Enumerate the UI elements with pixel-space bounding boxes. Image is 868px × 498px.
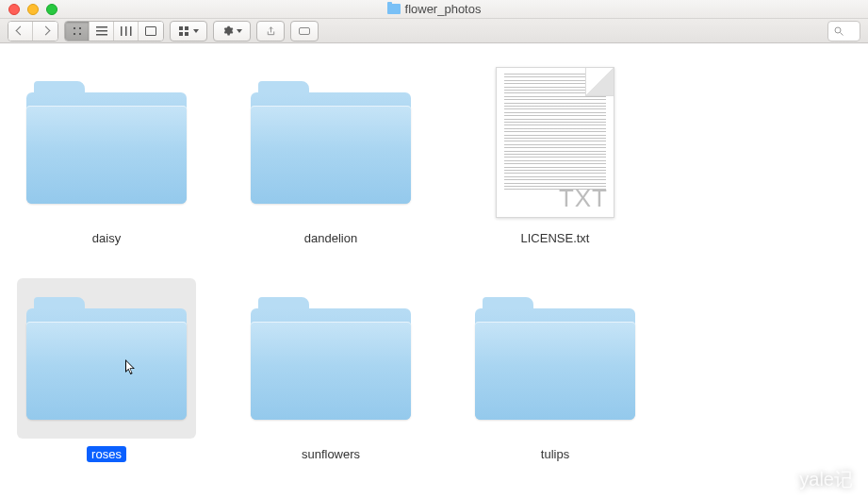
item-label: dandelion [300,230,362,246]
forward-button[interactable] [33,22,57,41]
item-label: tulips [536,446,574,462]
item-label: daisy [88,230,125,246]
titlebar: flower_photos [0,0,868,19]
svg-point-3 [777,477,791,490]
action-button[interactable] [213,21,251,42]
watermark: yale记 [765,467,853,492]
file-grid[interactable]: daisydandelionTXTLICENSE.txtrosessunflow… [0,43,868,481]
share-button[interactable] [256,21,285,42]
item-icon-wrap [17,278,196,439]
columns-icon [121,26,132,36]
share-icon [266,25,276,37]
folder-icon [26,81,187,204]
folder-icon [387,4,401,14]
folder-icon [475,297,635,420]
file-extension-label: TXT [559,184,608,213]
window-title-text: flower_photos [405,2,482,16]
wechat-icon [765,468,792,492]
window-title: flower_photos [0,2,868,16]
watermark-text: yale记 [799,467,853,492]
search-icon [833,25,844,37]
chevron-down-icon [193,29,199,33]
chevron-down-icon [237,29,242,33]
arrange-button[interactable] [170,21,207,42]
file-item-tulips[interactable]: tulips [466,276,645,464]
tag-icon [299,27,310,35]
zoom-window-button[interactable] [46,4,57,15]
item-label: LICENSE.txt [516,230,595,246]
item-icon-wrap [241,278,420,439]
svg-line-1 [841,32,843,35]
back-button[interactable] [8,22,33,41]
text-file-icon: TXT [496,67,614,218]
folder-icon [251,297,411,420]
gallery-icon [145,26,156,36]
arrange-icon [179,26,190,36]
item-label: sunflowers [297,446,365,462]
file-item-LICENSE-txt[interactable]: TXTLICENSE.txt [466,60,645,248]
item-icon-wrap: TXT [466,62,645,223]
file-item-dandelion[interactable]: dandelion [241,60,420,248]
item-icon-wrap [241,62,420,223]
item-icon-wrap [466,278,645,439]
close-window-button[interactable] [8,4,20,15]
item-icon-wrap [17,62,196,223]
minimize-window-button[interactable] [27,4,39,15]
file-item-sunflowers[interactable]: sunflowers [241,276,420,464]
gear-icon [221,25,234,37]
nav-group [8,21,58,42]
chevron-left-icon [16,26,25,36]
column-view-button[interactable] [114,22,139,41]
toolbar [0,19,868,43]
chevron-right-icon [41,26,50,36]
grid-icon [72,25,83,37]
list-view-button[interactable] [90,22,114,41]
item-label: roses [87,446,126,462]
folder-icon [251,81,411,204]
file-item-daisy[interactable]: daisy [17,60,196,248]
list-icon [96,26,107,36]
view-mode-group [64,21,164,42]
svg-point-0 [835,27,841,33]
tags-button[interactable] [290,21,319,42]
search-field[interactable] [827,21,860,42]
icon-view-button[interactable] [65,22,90,41]
window-controls [0,4,57,15]
gallery-view-button[interactable] [139,22,163,41]
folder-icon [26,297,187,420]
file-item-roses[interactable]: roses [17,276,196,464]
